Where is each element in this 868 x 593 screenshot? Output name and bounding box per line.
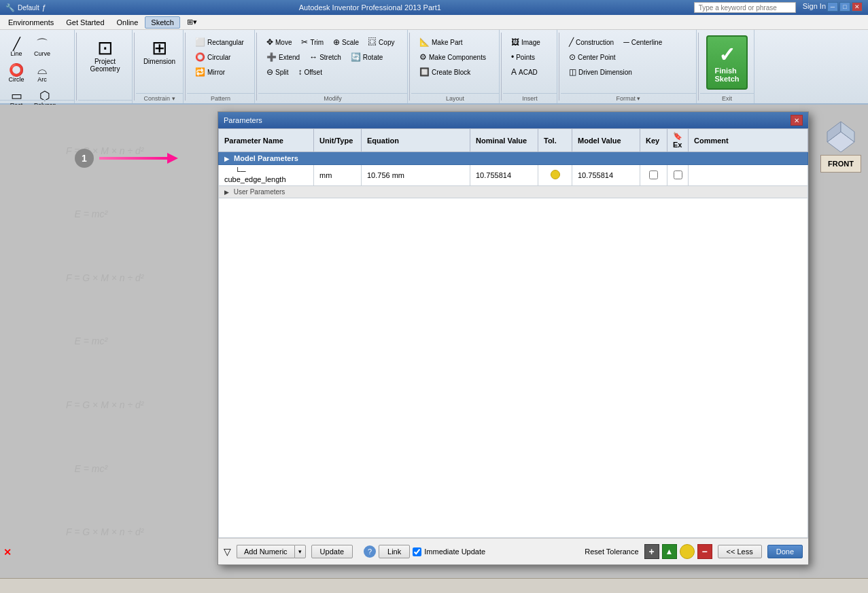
make-part-icon: 📐 [419,37,430,47]
param-unit-input[interactable] [319,171,353,179]
expand-arrow[interactable]: ▶ [224,156,229,162]
split-icon: ⊖ [266,67,273,77]
maximize-button[interactable]: □ [839,2,850,12]
param-equation-input[interactable] [367,171,462,179]
ribbon-btn-circle[interactable]: ⭕ Circle [4,61,29,86]
ribbon-group-format: ╱ Construction ─ Centerline ⊙ Center Poi… [561,30,697,103]
param-unit-cell[interactable] [314,165,362,186]
ribbon-btn-project-geometry[interactable]: ⊡ Project Geometry [82,35,128,76]
ribbon-btn-arc[interactable]: ⌓ Arc [30,61,54,86]
canvas[interactable]: F = G × M × n ÷ d² ∇ × E = −∂B/∂t ΔSuniv… [0,105,868,578]
dialog-titlebar: Parameters ✕ [218,112,808,128]
circle-icon: ⭕ [9,64,24,76]
arc-label: Arc [37,76,47,83]
ribbon-btn-driven-dimension[interactable]: ◫ Driven Dimension [565,65,636,79]
user-parameters-header-row: ▶ User Parameters [219,186,808,198]
profile-label: Default [18,4,39,12]
ribbon-btn-move[interactable]: ✥ Move [262,35,296,49]
ribbon-btn-rectangular[interactable]: ⬜ Rectangular [191,35,248,49]
create-block-icon: 🔲 [419,67,430,77]
less-button[interactable]: << Less [718,545,762,558]
col-header-equation: Equation [362,129,470,152]
ribbon-btn-offset[interactable]: ↕ Offset [294,65,326,79]
ribbon-btn-circular[interactable]: ⭕ Circular [191,50,235,64]
menu-environments[interactable]: Environments [3,17,59,28]
extend-label: Extend [279,54,300,61]
make-part-label: Make Part [432,39,463,46]
ribbon-btn-centerline[interactable]: ─ Centerline [619,35,666,49]
ribbon-btn-rotate[interactable]: 🔄 Rotate [347,50,387,64]
ribbon-btn-stretch[interactable]: ↔ Stretch [305,50,345,64]
ribbon-btn-construction[interactable]: ╱ Construction [565,35,618,49]
user-expand-arrow[interactable]: ▶ [224,189,229,196]
ribbon-btn-scale[interactable]: ⊕ Scale [329,35,363,49]
ribbon-btn-mirror[interactable]: 🔁 Mirror [191,65,229,79]
dialog-close-button[interactable]: ✕ [791,115,803,126]
image-icon: 🖼 [511,37,519,47]
add-numeric-split-button[interactable]: Add Numeric ▾ [237,545,306,558]
menu-extra[interactable]: ⊞▾ [181,16,203,28]
table-row[interactable]: └─ cube_edge_length 10.755814 [219,165,808,186]
rotate-icon: 🔄 [351,52,361,62]
param-exported-cell[interactable] [667,165,689,186]
reset-tolerance-label: Reset Tolerance [585,547,638,556]
help-icon[interactable]: ? [364,545,376,558]
col-header-ex: 🔖Ex [667,129,689,152]
tolerance-minus-button[interactable]: − [697,544,712,559]
ribbon-btn-points[interactable]: • Points [507,50,539,64]
stretch-label: Stretch [319,54,341,61]
search-input[interactable] [694,2,796,13]
arrow-indicator: 1 [75,149,178,168]
finish-sketch-button[interactable]: ✓ Finish Sketch [706,35,747,90]
ribbon-btn-center-point[interactable]: ⊙ Center Point [565,50,620,64]
close-button[interactable]: ✕ [852,2,863,12]
sep5 [409,33,410,101]
param-exported-checkbox[interactable] [674,170,682,179]
view-cube[interactable]: FRONT [820,118,861,186]
ribbon-btn-make-components[interactable]: ⚙ Make Components [415,50,490,64]
ribbon-btn-extend[interactable]: ➕ Extend [262,50,304,64]
tolerance-triangle-button[interactable]: ▲ [662,544,677,559]
ribbon: ╱ Line ⌒ Curve ⭕ Circle ⌓ Arc ▭ Rect ⬡ P… [0,30,868,105]
sign-in-btn[interactable]: Sign In [803,2,826,13]
sep2 [134,33,135,101]
ribbon-btn-split[interactable]: ⊖ Split [262,65,292,79]
add-numeric-button[interactable]: Add Numeric [237,545,294,558]
ribbon-group-modify: ✥ Move ✂ Trim ⊕ Scale ⿴ Copy ➕ Extend ↔ … [258,30,408,103]
done-button[interactable]: Done [767,545,803,558]
param-key-checkbox[interactable] [649,170,658,179]
minimize-button[interactable]: ─ [827,2,838,12]
update-button[interactable]: Update [311,545,353,558]
ribbon-btn-spline[interactable]: ⌒ Curve [30,35,54,60]
ribbon-btn-acad[interactable]: A ACAD [507,65,542,79]
model-parameters-header-cell: ▶ Model Parameters [219,152,808,165]
ribbon-btn-image[interactable]: 🖼 Image [507,35,544,49]
ribbon-btn-make-part[interactable]: 📐 Make Part [415,35,467,49]
tolerance-circle-button[interactable] [680,544,695,559]
title-bar: 🔧 Default ƒ Autodesk Inventor Profession… [0,0,868,15]
menu-sketch[interactable]: Sketch [145,16,180,29]
dialog-title: Parameters [224,116,262,124]
ribbon-btn-trim[interactable]: ✂ Trim [297,35,328,49]
add-numeric-dropdown[interactable]: ▾ [294,545,306,558]
param-equation-cell[interactable] [362,165,470,186]
ribbon-btn-copy[interactable]: ⿴ Copy [364,35,398,49]
window-controls: Sign In ─ □ ✕ [694,2,863,13]
view-label[interactable]: FRONT [820,155,861,173]
param-comment-input[interactable] [694,171,762,179]
driven-dimension-label: Driven Dimension [578,69,632,76]
param-key-cell[interactable] [640,165,667,186]
ribbon-btn-dimension[interactable]: ⊞ Dimension [139,35,180,69]
ribbon-btn-line[interactable]: ╱ Line [4,35,29,60]
offset-icon: ↕ [298,67,302,77]
tolerance-indicator [551,170,560,179]
link-button[interactable]: Link [379,545,410,558]
menu-get-started[interactable]: Get Started [60,17,109,28]
param-comment-cell[interactable] [689,165,808,186]
mirror-label: Mirror [207,69,225,76]
menu-online[interactable]: Online [111,17,144,28]
tolerance-plus-button[interactable]: + [644,544,659,559]
immediate-update-checkbox[interactable] [413,547,421,556]
ribbon-btn-create-block[interactable]: 🔲 Create Block [415,65,474,79]
col-header-nominal: Nominal Value [470,129,538,152]
